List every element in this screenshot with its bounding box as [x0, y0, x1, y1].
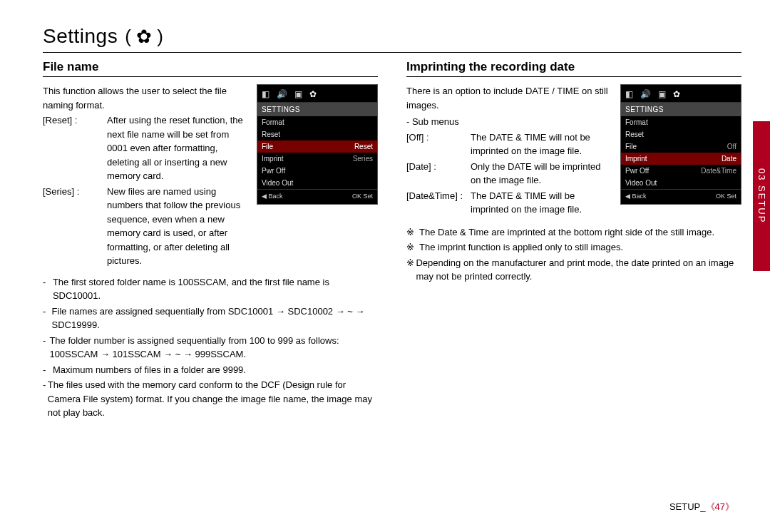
lcd-imprint: ◧ 🔊 ▣ ✿ SETTINGS Format Reset FileOff Im…	[620, 84, 741, 205]
option-date: [Date] : Only the DATE will be imprinted…	[406, 160, 613, 188]
option-reset: [Reset] : After using the reset function…	[43, 113, 250, 183]
lcd-row: ImprintSeries	[257, 153, 377, 165]
sound-icon: 🔊	[277, 88, 287, 101]
lcd-ok: OK Set	[352, 192, 373, 202]
lcd-row: Reset	[621, 128, 741, 140]
display-icon: ▣	[658, 88, 666, 101]
page: Settings ( ✿ ) File name ◧ 🔊 ▣ ✿ SETTING…	[0, 0, 770, 532]
lcd-row: Format	[257, 116, 377, 128]
lcd-row: Reset	[257, 128, 377, 140]
footer-label: SETUP_	[669, 501, 706, 512]
gear-icon: ( ✿ )	[125, 26, 163, 48]
lcd-imprint-head: SETTINGS	[621, 103, 741, 116]
settings-icon: ✿	[309, 88, 317, 101]
lcd-row-selected: FileReset	[257, 140, 377, 153]
lcd-ok: OK Set	[716, 192, 736, 202]
display-icon: ▣	[294, 88, 302, 101]
page-footer: SETUP_《47》	[669, 501, 734, 513]
side-tab: 03 SETUP	[753, 121, 770, 271]
left-column: File name ◧ 🔊 ▣ ✿ SETTINGS Format Reset …	[43, 60, 378, 420]
lcd-row: FileOff	[621, 140, 741, 153]
imprint-notes: ※The Date & Time are imprinted at the bo…	[406, 225, 741, 284]
lcd-row: Format	[621, 116, 741, 128]
option-datetime: [Date&Time] : The DATE & TIME will be im…	[406, 189, 613, 217]
camera-icon: ◧	[625, 88, 633, 101]
lcd-imprint-foot: ◀ Back OK Set	[621, 189, 741, 204]
camera-icon: ◧	[262, 88, 270, 101]
lcd-row: Pwr OffDate&Time	[621, 165, 741, 177]
imprint-heading: Imprinting the recording date	[406, 60, 741, 77]
option-off: [Off] : The DATE & TIME will not be impr…	[406, 131, 613, 158]
option-series: [Series] : New ﬁles are named using numb…	[43, 185, 250, 268]
sound-icon: 🔊	[640, 88, 651, 101]
file-bullets: -The ﬁrst stored folder name is 100SSCAM…	[43, 275, 378, 420]
imprint-body: ◧ 🔊 ▣ ✿ SETTINGS Format Reset FileOff Im…	[406, 84, 741, 284]
page-number: 《47》	[706, 501, 734, 512]
settings-icon: ✿	[673, 88, 680, 101]
lcd-back: ◀ Back	[625, 192, 647, 202]
lcd-back: ◀ Back	[262, 192, 283, 202]
lcd-file-tabs: ◧ 🔊 ▣ ✿	[257, 85, 377, 103]
lcd-row: Pwr Off	[257, 165, 377, 177]
page-title-row: Settings ( ✿ )	[43, 25, 741, 53]
lcd-file: ◧ 🔊 ▣ ✿ SETTINGS Format Reset FileReset …	[257, 84, 378, 205]
lcd-file-foot: ◀ Back OK Set	[257, 189, 377, 204]
right-column: Imprinting the recording date ◧ 🔊 ▣ ✿ SE…	[406, 60, 741, 420]
lcd-row-selected: ImprintDate	[621, 153, 741, 165]
lcd-file-head: SETTINGS	[257, 103, 377, 116]
page-title: Settings	[43, 25, 118, 48]
content-columns: File name ◧ 🔊 ▣ ✿ SETTINGS Format Reset …	[43, 60, 741, 420]
file-name-heading: File name	[43, 60, 378, 77]
lcd-imprint-tabs: ◧ 🔊 ▣ ✿	[621, 85, 741, 103]
lcd-row: Video Out	[257, 177, 377, 189]
lcd-row: Video Out	[621, 177, 741, 189]
file-name-body: ◧ 🔊 ▣ ✿ SETTINGS Format Reset FileReset …	[43, 84, 378, 420]
